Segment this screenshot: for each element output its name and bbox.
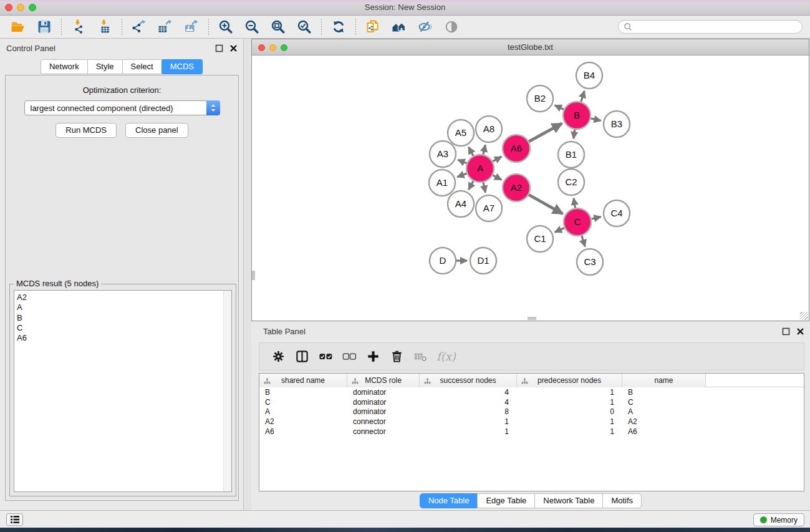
mcds-result-item[interactable]: A	[14, 302, 231, 312]
edge-A6-B[interactable]	[529, 123, 562, 142]
table-row[interactable]: Bdominator41B	[259, 387, 804, 397]
search-input[interactable]	[632, 22, 797, 31]
mcds-result-list[interactable]: A2ABCA6	[14, 290, 232, 492]
column-header-MCDS-role[interactable]: MCDS role	[347, 374, 420, 387]
show-columns-button[interactable]	[293, 348, 311, 365]
column-header-predecessor-nodes[interactable]: predecessor nodes	[517, 374, 622, 387]
graph-node-A7[interactable]: A7	[476, 195, 502, 221]
gear-button[interactable]	[269, 348, 287, 365]
table-row[interactable]: Adominator80A	[259, 407, 804, 417]
horizontal-scrollbar-thumb[interactable]	[528, 317, 536, 320]
zoom-selected-button[interactable]	[291, 17, 317, 37]
tab-network-table[interactable]: Network Table	[534, 493, 603, 508]
list-scrollbar[interactable]	[223, 291, 231, 491]
edge-A-A6[interactable]	[493, 157, 501, 162]
edge-B-B1[interactable]	[574, 130, 575, 138]
table-row[interactable]: A2connector11A2	[259, 417, 804, 427]
edge-C-C3[interactable]	[582, 236, 585, 246]
graph-node-A6[interactable]: A6	[503, 135, 530, 162]
tab-motifs[interactable]: Motifs	[602, 493, 642, 508]
graph-node-A2[interactable]: A2	[503, 174, 530, 201]
graph-node-A1[interactable]: A1	[429, 170, 455, 196]
vertical-scrollbar-thumb[interactable]	[252, 271, 255, 280]
graph-node-A3[interactable]: A3	[430, 141, 456, 167]
tab-edge-table[interactable]: Edge Table	[477, 493, 535, 508]
show-details-button[interactable]	[438, 17, 465, 37]
edge-B-B4[interactable]	[581, 91, 584, 102]
edge-A-A8[interactable]	[483, 145, 485, 154]
network-canvas[interactable]: B4B2BB3B1A5A8A6A3AA1C2A2A4A7C4CC1C3DD1	[252, 56, 809, 321]
hide-details-button[interactable]	[412, 17, 438, 37]
tab-node-table[interactable]: Node Table	[420, 493, 478, 508]
tab-network[interactable]: Network	[41, 59, 88, 74]
task-history-button[interactable]	[6, 513, 23, 526]
zoom-fit-button[interactable]	[265, 17, 291, 37]
close-panel-icon[interactable]	[228, 43, 238, 53]
edge-A-A4[interactable]	[468, 181, 473, 190]
edge-C-C4[interactable]	[591, 217, 600, 219]
run-mcds-button[interactable]: Run MCDS	[55, 123, 117, 138]
deselect-all-button[interactable]	[340, 348, 358, 365]
search-box[interactable]	[618, 20, 803, 34]
delete-column-button[interactable]	[388, 348, 405, 365]
network-window-titlebar[interactable]: testGlobe.txt	[252, 39, 809, 56]
graph-node-A[interactable]: A	[466, 155, 494, 182]
first-neighbors-button[interactable]	[386, 17, 412, 37]
edge-B-B3[interactable]	[591, 118, 600, 121]
edge-C-C2[interactable]	[574, 198, 575, 208]
memory-button[interactable]: Memory	[753, 513, 804, 526]
export-network-button[interactable]	[126, 17, 152, 37]
zoom-in-button[interactable]	[213, 17, 239, 37]
graph-node-A5[interactable]: A5	[448, 120, 474, 146]
function-builder-button[interactable]: f(x)	[436, 350, 456, 363]
graph-node-C4[interactable]: C4	[604, 200, 630, 226]
open-session-button[interactable]	[5, 17, 31, 37]
graph-node-C1[interactable]: C1	[527, 226, 553, 252]
graph-node-C3[interactable]: C3	[577, 249, 603, 275]
mcds-result-item[interactable]: A6	[14, 333, 231, 343]
edge-A-A5[interactable]	[468, 147, 473, 156]
edge-A-A1[interactable]	[457, 173, 466, 177]
edge-B-B2[interactable]	[555, 105, 564, 110]
graph-node-B3[interactable]: B3	[604, 111, 630, 137]
graph-node-D[interactable]: D	[430, 248, 456, 274]
graph-node-B2[interactable]: B2	[527, 85, 553, 112]
edge-A-A7[interactable]	[483, 182, 486, 192]
graph-node-B4[interactable]: B4	[576, 62, 602, 89]
edge-A2-C[interactable]	[529, 195, 562, 214]
graph-node-A8[interactable]: A8	[476, 116, 502, 142]
export-image-button[interactable]	[178, 17, 205, 37]
graph-node-B[interactable]: B	[563, 102, 591, 129]
edge-A-A3[interactable]	[458, 160, 466, 163]
table-row[interactable]: A6connector11A6	[259, 427, 804, 437]
close-table-panel-icon[interactable]	[795, 326, 805, 336]
mcds-result-item[interactable]: C	[14, 323, 231, 333]
export-table-button[interactable]	[152, 17, 178, 37]
float-panel-icon[interactable]	[214, 43, 224, 53]
graph-node-C[interactable]: C	[564, 208, 591, 236]
zoom-out-button[interactable]	[239, 17, 265, 37]
import-network-button[interactable]	[65, 17, 92, 37]
graph-node-D1[interactable]: D1	[470, 248, 496, 274]
save-session-button[interactable]	[31, 17, 57, 37]
tab-select[interactable]: Select	[122, 59, 162, 74]
mcds-result-item[interactable]: A2	[14, 293, 231, 302]
add-column-button[interactable]	[364, 348, 382, 365]
duplicate-network-button[interactable]	[360, 17, 386, 37]
tab-mcds[interactable]: MCDS	[162, 59, 203, 74]
tab-style[interactable]: Style	[87, 59, 123, 74]
criterion-select[interactable]: largest connected component (directed)	[24, 100, 220, 115]
graph-node-B1[interactable]: B1	[558, 142, 584, 168]
mcds-result-item[interactable]: B	[14, 313, 231, 323]
import-table-button[interactable]	[92, 17, 118, 37]
graph-node-A4[interactable]: A4	[448, 191, 474, 217]
column-header-name[interactable]: name	[622, 374, 706, 387]
close-panel-button[interactable]: Close panel	[125, 123, 188, 138]
float-table-panel-icon[interactable]	[781, 326, 791, 336]
refresh-button[interactable]	[325, 17, 352, 37]
delete-table-button[interactable]	[412, 348, 429, 365]
select-all-button[interactable]	[317, 348, 334, 365]
resize-grip-icon[interactable]	[800, 312, 808, 320]
column-header-shared-name[interactable]: shared name	[259, 374, 347, 387]
table-row[interactable]: Cdominator41C	[259, 397, 804, 407]
